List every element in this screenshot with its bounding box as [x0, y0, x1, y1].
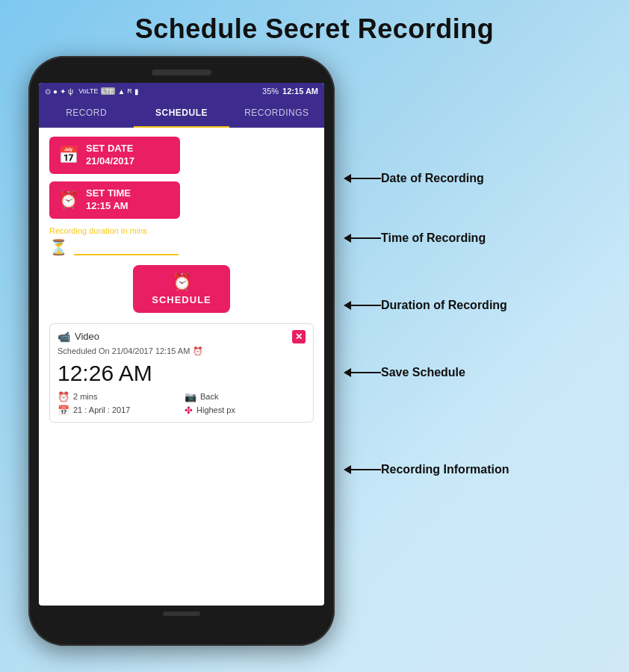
detail-calendar-icon: 📅: [58, 405, 69, 416]
arrow-shaft-save: [351, 372, 381, 373]
status-time: 12:15 AM: [282, 87, 318, 96]
detail-camera-icon: 📷: [185, 391, 196, 402]
phone-screen: ⊙ ● ✦ ψ VoLTE LTE ▲ R ▮ 35% 12:15 AM REC…: [39, 83, 324, 606]
annotation-info-text: Recording Information: [381, 463, 509, 476]
calendar-icon: 📅: [58, 146, 78, 165]
set-time-text: SET TIME 12:15 AM: [86, 187, 131, 213]
card-title-row: 📹 Video: [58, 331, 99, 343]
detail-camera: 📷 Back: [185, 391, 306, 402]
duration-input[interactable]: [74, 238, 179, 255]
duration-section: Recording duration in mins ⏳: [49, 226, 314, 256]
page-title: Schedule Secret Recording: [0, 0, 629, 55]
duration-input-row: ⏳: [49, 238, 314, 256]
card-details: ⏰ 2 mins 📷 Back 📅 21 : April : 2017: [58, 391, 306, 416]
screen-content: 📅 SET DATE 21/04/2017 ⏰ SET TIME 12:15 A…: [39, 128, 324, 432]
phone-container: ⊙ ● ✦ ψ VoLTE LTE ▲ R ▮ 35% 12:15 AM REC…: [28, 56, 335, 646]
annotation-date-text: Date of Recording: [381, 172, 484, 185]
arrow-head-time: [344, 234, 351, 243]
tab-recordings[interactable]: RECORDINGS: [229, 99, 324, 128]
arrow-head-info: [344, 465, 351, 474]
clock-icon: ⏰: [58, 190, 78, 210]
annotation-date: Date of Recording: [344, 172, 484, 185]
tab-record[interactable]: RECORD: [39, 99, 134, 128]
annotation-save-text: Save Schedule: [381, 366, 465, 379]
detail-quality-icon: ✤: [185, 405, 193, 416]
arrow-head-duration: [344, 301, 351, 310]
lte-label: LTE: [101, 87, 116, 95]
arrow-shaft-duration: [351, 305, 381, 306]
phone-speaker: [152, 69, 211, 75]
detail-quality: ✤ Highest px: [185, 405, 306, 416]
detail-date: 📅 21 : April : 2017: [58, 405, 179, 416]
hourglass-icon: ⏳: [49, 238, 68, 256]
signal-bars-icon: ▲: [117, 87, 125, 96]
status-right: 35% 12:15 AM: [262, 87, 318, 96]
signal-dot-icon: ●: [53, 87, 58, 96]
nav-tabs: RECORD SCHEDULE RECORDINGS: [39, 99, 324, 128]
annotation-duration-text: Duration of Recording: [381, 299, 507, 312]
detail-duration: ⏰ 2 mins: [58, 391, 179, 402]
arrow-shaft-date: [351, 178, 381, 179]
battery-icon: ▮: [134, 87, 139, 96]
annotation-time: Time of Recording: [344, 231, 486, 245]
roaming-icon: R: [127, 87, 132, 95]
battery-percent: 35%: [262, 87, 279, 96]
annotation-save: Save Schedule: [344, 366, 465, 379]
set-date-button[interactable]: 📅 SET DATE 21/04/2017: [49, 137, 180, 174]
big-time: 12:26 AM: [58, 361, 306, 385]
schedule-btn-wrap: ⏰ SCHEDULE: [49, 265, 314, 313]
arrow-shaft-info: [351, 469, 381, 470]
phone-shell: ⊙ ● ✦ ψ VoLTE LTE ▲ R ▮ 35% 12:15 AM REC…: [28, 56, 335, 646]
scheduled-clock-icon: ⏰: [193, 346, 203, 356]
arrow-head-save: [344, 368, 351, 377]
card-header: 📹 Video ✕: [58, 330, 306, 343]
schedule-btn-label: SCHEDULE: [152, 294, 211, 305]
tab-schedule[interactable]: SCHEDULE: [134, 99, 229, 128]
schedule-button[interactable]: ⏰ SCHEDULE: [133, 265, 230, 313]
status-bar: ⊙ ● ✦ ψ VoLTE LTE ▲ R ▮ 35% 12:15 AM: [39, 83, 324, 99]
volte-label: VoLTE: [78, 87, 98, 95]
recording-card: 📹 Video ✕ Scheduled On 21/04/2017 12:15 …: [49, 323, 314, 423]
wifi-icon: ⊙: [45, 87, 51, 96]
set-date-text: SET DATE 21/04/2017: [86, 143, 134, 168]
status-icons: ⊙ ● ✦ ψ VoLTE LTE ▲ R ▮: [45, 87, 139, 96]
usb-icon: ψ: [68, 87, 73, 96]
duration-label: Recording duration in mins: [49, 226, 314, 235]
annotation-info: Recording Information: [344, 463, 509, 476]
arrow-shaft-time: [351, 237, 381, 239]
scheduled-on: Scheduled On 21/04/2017 12:15 AM ⏰: [58, 346, 306, 356]
card-title: Video: [75, 331, 99, 342]
set-time-button[interactable]: ⏰ SET TIME 12:15 AM: [49, 181, 180, 219]
annotation-duration: Duration of Recording: [344, 299, 507, 312]
location-icon: ✦: [60, 87, 66, 96]
schedule-alarm-icon: ⏰: [172, 273, 192, 292]
arrow-head-date: [344, 174, 351, 183]
card-close-button[interactable]: ✕: [292, 330, 306, 343]
detail-clock-icon: ⏰: [58, 391, 69, 402]
annotation-time-text: Time of Recording: [381, 231, 486, 245]
video-icon: 📹: [58, 331, 70, 343]
phone-home-button: [163, 612, 200, 616]
